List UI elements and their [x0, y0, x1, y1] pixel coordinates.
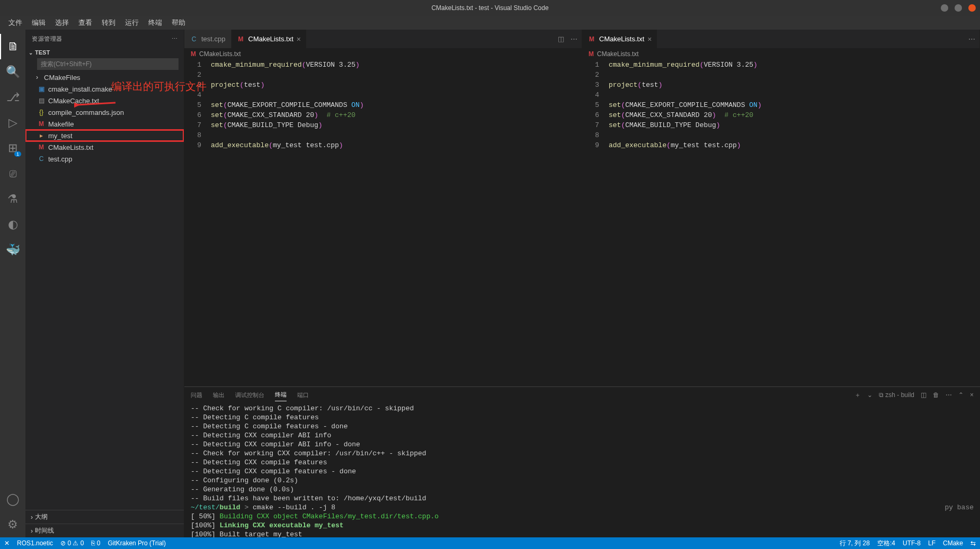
file-item[interactable]: ▸my_test — [25, 130, 184, 141]
panel-tab[interactable]: 输出 — [213, 389, 225, 401]
status-item[interactable]: GitKraken Pro (Trial) — [108, 539, 166, 547]
status-item[interactable]: 空格:4 — [877, 539, 895, 548]
sidebar-search-input[interactable]: 搜索(Ctrl+Shift+F) — [37, 58, 179, 70]
file-item[interactable]: MMakefile — [25, 118, 184, 130]
menu-item[interactable]: 转到 — [97, 16, 120, 29]
activity-remote-icon[interactable]: ⎚ — [0, 161, 25, 186]
activity-debug-icon[interactable]: ▷ — [0, 110, 25, 136]
menu-item[interactable]: 帮助 — [167, 16, 190, 29]
menu-item[interactable]: 选择 — [51, 16, 73, 29]
timeline-section[interactable]: ›时间线 — [25, 524, 184, 537]
minimap[interactable] — [550, 60, 582, 386]
status-item[interactable]: ⇆ — [970, 539, 976, 548]
panel-tab[interactable]: 端口 — [297, 389, 309, 401]
activity-account-icon[interactable]: ◯ — [0, 487, 25, 512]
status-item[interactable]: LF — [928, 539, 936, 548]
editor-tab[interactable]: Ctest.cpp — [184, 30, 231, 48]
code-line[interactable]: set(CMAKE_BUILD_TYPE Debug) — [609, 120, 948, 130]
close-panel-icon[interactable]: × — [970, 391, 974, 399]
chevron-up-icon[interactable]: ⌃ — [958, 391, 964, 399]
code-line[interactable]: set(CMAKE_EXPORT_COMPILE_COMMANDS ON) — [609, 100, 948, 110]
terminal-label[interactable]: ⧉ zsh - build — [879, 391, 914, 399]
tab-close-icon[interactable]: × — [647, 35, 652, 43]
panel-tab[interactable]: 调试控制台 — [235, 389, 264, 401]
menu-item[interactable]: 终端 — [144, 16, 166, 29]
code-line[interactable]: project(test) — [211, 80, 550, 90]
code-line[interactable] — [609, 90, 948, 100]
file-item[interactable]: {}compile_commands.json — [25, 106, 184, 118]
activity-testing-icon[interactable]: ⚗ — [0, 186, 25, 212]
file-item[interactable]: ▣cmake_install.cmake — [25, 83, 184, 95]
code-line[interactable]: set(CMAKE_EXPORT_COMPILE_COMMANDS ON) — [211, 100, 550, 110]
outline-section[interactable]: ›大纲 — [25, 510, 184, 524]
minimap[interactable] — [948, 60, 979, 386]
status-item[interactable]: CMake — [943, 539, 963, 548]
tab-label: CMakeLists.txt — [248, 35, 293, 43]
menu-item[interactable]: 查看 — [74, 16, 96, 29]
code-line[interactable] — [211, 130, 550, 140]
breadcrumb-left[interactable]: M CMakeLists.txt — [184, 48, 582, 60]
editor-tab[interactable]: MCMakeLists.txt× — [582, 30, 657, 48]
code-line[interactable] — [609, 70, 948, 80]
line-number: 6 — [582, 110, 599, 120]
activity-explorer-icon[interactable]: 🗎 — [0, 34, 25, 59]
code-line[interactable] — [211, 70, 550, 80]
code-line[interactable]: set(CMAKE_BUILD_TYPE Debug) — [211, 120, 550, 130]
sidebar-more-icon[interactable]: ⋯ — [172, 35, 178, 42]
file-item[interactable]: ›CMakeFiles — [25, 71, 184, 83]
trash-icon[interactable]: 🗑 — [933, 391, 939, 399]
activity-docker-icon[interactable]: 🐳 — [0, 237, 25, 263]
menu-item[interactable]: 编辑 — [28, 16, 50, 29]
explorer-folder-header[interactable]: ⌄ TEST — [25, 48, 184, 57]
activity-search-icon[interactable]: 🔍 — [0, 59, 25, 85]
status-item[interactable]: ✕ — [4, 539, 10, 547]
code-line[interactable]: project(test) — [609, 80, 948, 90]
status-item[interactable]: ROS1.noetic — [17, 539, 53, 547]
file-item[interactable]: MCMakeLists.txt — [25, 141, 184, 153]
more-icon[interactable]: ⋯ — [571, 35, 577, 43]
code-content[interactable]: cmake_minimum_required(VERSION 3.25) pro… — [211, 60, 550, 386]
code-line[interactable] — [211, 90, 550, 100]
status-item[interactable]: 行 7, 列 28 — [840, 539, 870, 548]
code-line[interactable]: add_executable(my_test test.cpp) — [211, 140, 550, 150]
minimize-button[interactable] — [941, 4, 948, 12]
more-icon[interactable]: ⋯ — [946, 391, 952, 399]
status-item[interactable]: ⎘ 0 — [91, 539, 100, 547]
activity-extensions-icon[interactable]: ⊞1 — [0, 136, 25, 161]
panel-tab[interactable]: 终端 — [275, 389, 287, 401]
dropdown-icon[interactable]: ⌄ — [867, 391, 872, 399]
code-line[interactable] — [609, 130, 948, 140]
code-line[interactable]: add_executable(my_test test.cpp) — [609, 140, 948, 150]
editor-region: Ctest.cppMCMakeLists.txt×◫⋯ M CMakeLists… — [184, 30, 980, 537]
code-line[interactable]: cmake_minimum_required(VERSION 3.25) — [609, 60, 948, 70]
file-item[interactable]: ▤CMakeCache.txt — [25, 95, 184, 106]
split-editor-icon[interactable]: ◫ — [558, 35, 564, 43]
file-item[interactable]: Ctest.cpp — [25, 153, 184, 165]
terminal-output[interactable]: -- Check for working C compiler: /usr/bi… — [184, 403, 980, 537]
code-editor-left[interactable]: 123456789 cmake_minimum_required(VERSION… — [184, 60, 582, 386]
close-button[interactable] — [968, 4, 976, 12]
tab-close-icon[interactable]: × — [297, 35, 301, 43]
breadcrumb-right[interactable]: M CMakeLists.txt — [582, 48, 979, 60]
code-editor-right[interactable]: 123456789 cmake_minimum_required(VERSION… — [582, 60, 979, 386]
editor-tab[interactable]: MCMakeLists.txt× — [231, 30, 307, 48]
cpp-icon: C — [37, 155, 46, 163]
more-icon[interactable]: ⋯ — [968, 35, 975, 43]
status-item[interactable]: UTF-8 — [903, 539, 921, 548]
menu-item[interactable]: 运行 — [121, 16, 143, 29]
new-terminal-icon[interactable]: ＋ — [854, 391, 861, 400]
split-terminal-icon[interactable]: ◫ — [921, 391, 926, 399]
activity-settings-icon[interactable]: ⚙ — [0, 512, 25, 537]
code-line[interactable]: set(CMAKE_CXX_STANDARD 20) # c++20 — [609, 110, 948, 120]
activity-source-control-icon[interactable]: ⎇ — [0, 85, 25, 110]
maximize-button[interactable] — [955, 4, 962, 12]
activity-ros-icon[interactable]: ◐ — [0, 212, 25, 237]
code-content[interactable]: cmake_minimum_required(VERSION 3.25) pro… — [609, 60, 948, 386]
code-line[interactable]: set(CMAKE_CXX_STANDARD 20) # c++20 — [211, 110, 550, 120]
line-number: 8 — [582, 130, 599, 140]
status-item[interactable]: ⊘ 0 ⚠ 0 — [60, 539, 84, 547]
code-line[interactable]: cmake_minimum_required(VERSION 3.25) — [211, 60, 550, 70]
panel-tab[interactable]: 问题 — [191, 389, 202, 401]
chevron-down-icon: ⌄ — [29, 50, 33, 56]
menu-item[interactable]: 文件 — [4, 16, 26, 29]
